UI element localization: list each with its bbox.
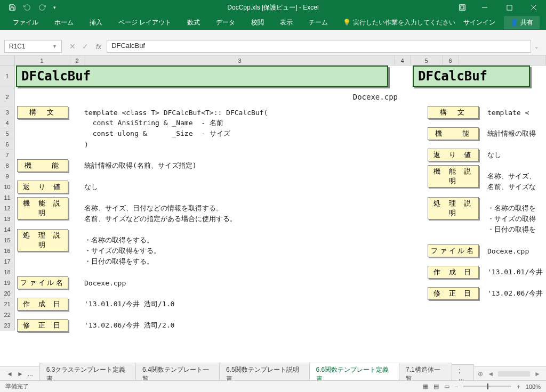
col-header[interactable]: 2 [69, 56, 85, 65]
sheet-nav-more[interactable]: ... [28, 370, 33, 378]
row-header[interactable]: 22 [0, 309, 15, 320]
tab-view[interactable]: 表示 [274, 15, 299, 30]
tab-page-layout[interactable]: ページ レイアウト [112, 15, 178, 30]
expand-formula-bar-icon[interactable]: ⌄ [531, 44, 542, 50]
syntax-line: ) [84, 140, 89, 150]
label-syntax-r: 構 文 [428, 106, 479, 119]
zoom-in-icon[interactable]: + [517, 383, 520, 390]
procdesc-line: ・サイズの取得をする。 [84, 245, 160, 257]
tell-me[interactable]: 💡 実行したい作業を入力してください [343, 18, 455, 27]
zoom-slider[interactable] [463, 386, 511, 387]
svg-rect-0 [460, 5, 465, 11]
label-created: 作 成 日 [17, 298, 68, 311]
close-button[interactable] [521, 0, 546, 15]
row-header[interactable]: 9 [0, 171, 15, 182]
tab-insert[interactable]: 挿入 [83, 15, 109, 30]
col-header[interactable]: 5 [411, 56, 443, 65]
tab-team[interactable]: チーム [302, 15, 334, 30]
row-header[interactable]: 6 [0, 139, 15, 150]
fx-icon[interactable]: fx [96, 43, 101, 51]
zoom-level[interactable]: 100% [526, 383, 541, 390]
sheet-nav-prev-icon[interactable]: ► [17, 370, 23, 378]
share-button[interactable]: 👤共有 [504, 16, 540, 29]
hscroll-right-icon[interactable]: ► [534, 370, 541, 378]
created-r: '13.01.01/今井 [487, 267, 543, 277]
return-r: なし [487, 150, 501, 160]
tab-formulas[interactable]: 数式 [181, 15, 206, 30]
add-sheet-button[interactable]: ⊕ [473, 368, 487, 380]
signin-link[interactable]: サインイン [463, 18, 495, 27]
col-header[interactable]: 3 [85, 56, 395, 65]
row-header[interactable]: 2 [0, 87, 15, 107]
label-return-r: 返 り 値 [428, 149, 479, 161]
svg-rect-3 [507, 5, 511, 10]
function-r: 統計情報の取得 [487, 128, 536, 139]
funcdesc-r2: 名前、サイズな [487, 182, 536, 192]
row-header[interactable]: 14 [0, 224, 15, 235]
modified-text: '13.02.06/今井 浩司/2.0 [84, 320, 174, 331]
ribbon-display-icon[interactable] [459, 4, 466, 11]
view-page-break-icon[interactable]: ▭ [444, 383, 449, 390]
procdesc-r: ・日付の取得を [487, 224, 536, 235]
row-header[interactable]: 4 [0, 118, 15, 128]
column-headers: 1 2 3 4 5 6 [0, 56, 546, 66]
label-return: 返 り 値 [17, 181, 68, 193]
select-all-corner[interactable] [0, 56, 15, 65]
name-box[interactable]: R1C1 ▼ [4, 40, 62, 53]
row-header[interactable]: 21 [0, 299, 15, 309]
spreadsheet-grid[interactable]: 1 2 3 4 5 6 1 DFCalcBuf DFCalcBuf 2 Doce… [0, 56, 546, 364]
doc-title-right[interactable]: DFCalcBuf [413, 66, 530, 87]
row-header[interactable]: 17 [0, 256, 15, 267]
row-header[interactable]: 18 [0, 267, 15, 277]
maximize-button[interactable] [497, 0, 521, 15]
formula-bar-area: R1C1 ▼ ✕ ✓ fx DFCalcBuf ⌄ [0, 30, 546, 56]
tab-data[interactable]: データ [210, 15, 242, 30]
hscroll-left-icon[interactable]: ◄ [487, 370, 494, 378]
col-header[interactable]: 1 [15, 56, 69, 65]
row-header[interactable]: 3 [0, 107, 15, 118]
col-header[interactable]: 6 [443, 56, 459, 65]
row-header[interactable]: 10 [0, 182, 15, 192]
syntax-line: const AnsiString & _Name - 名前 [84, 117, 223, 129]
row-header[interactable]: 16 [0, 246, 15, 256]
row-header[interactable]: 20 [0, 288, 15, 299]
tab-home[interactable]: ホーム [48, 15, 80, 30]
minimize-button[interactable] [472, 0, 497, 15]
syntax-line: const ulong & _Size - サイズ [84, 128, 230, 140]
share-icon: 👤 [510, 19, 518, 26]
zoom-out-icon[interactable]: − [455, 383, 458, 390]
row-header[interactable]: 19 [0, 277, 15, 288]
row-header[interactable]: 5 [0, 128, 15, 139]
syntax-r: template < [487, 108, 529, 118]
row-header[interactable]: 8 [0, 160, 15, 171]
name-box-value: R1C1 [9, 43, 26, 50]
hscroll-track[interactable] [498, 371, 530, 377]
svg-rect-1 [461, 6, 464, 9]
row-header[interactable]: 12 [0, 203, 15, 214]
sheet-nav-first-icon[interactable]: ◄ [6, 370, 13, 378]
save-icon[interactable] [9, 4, 16, 11]
chevron-down-icon[interactable]: ▼ [52, 44, 57, 49]
row-header[interactable]: 1 [0, 66, 15, 87]
ribbon: ファイル ホーム 挿入 ページ レイアウト 数式 データ 校閲 表示 チーム 💡… [0, 15, 546, 30]
funcdesc-r: 名称、サイズ、 [487, 171, 536, 182]
undo-icon[interactable] [23, 4, 31, 11]
doc-title-left[interactable]: DFCalcBuf [16, 66, 388, 87]
status-bar: 準備完了 ▦ ▤ ▭ − + 100% [0, 380, 546, 392]
tab-review[interactable]: 校閲 [245, 15, 270, 30]
funcdesc-line: 名称、サイズ、日付などの情報を取得する。 [84, 202, 223, 214]
col-header[interactable]: 4 [395, 56, 411, 65]
redo-icon[interactable] [38, 4, 46, 11]
row-header[interactable]: 23 [0, 320, 15, 331]
view-page-layout-icon[interactable]: ▤ [433, 383, 439, 390]
row-header[interactable]: 15 [0, 235, 15, 246]
row-header[interactable]: 7 [0, 150, 15, 160]
enter-formula-icon[interactable]: ✓ [82, 42, 89, 51]
qat-customize-icon[interactable]: ▾ [53, 5, 56, 10]
tab-file[interactable]: ファイル [6, 15, 45, 30]
cancel-formula-icon[interactable]: ✕ [69, 42, 76, 51]
formula-input[interactable]: DFCalcBuf [107, 40, 531, 53]
view-normal-icon[interactable]: ▦ [423, 383, 428, 390]
row-header[interactable]: 11 [0, 192, 15, 203]
row-header[interactable]: 13 [0, 214, 15, 224]
